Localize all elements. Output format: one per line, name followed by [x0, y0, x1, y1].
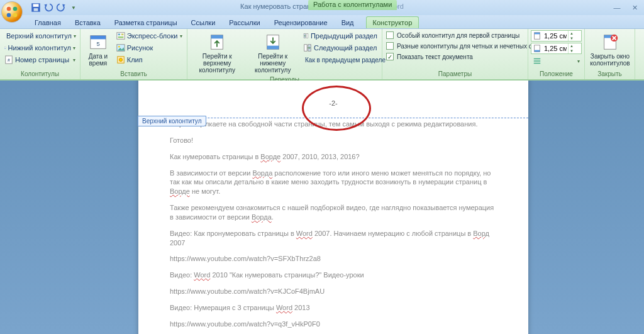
- spin-down-icon[interactable]: ▼: [569, 48, 575, 53]
- svg-rect-19: [118, 36, 123, 38]
- quickparts-label: Экспресс-блоки: [127, 32, 178, 40]
- link-previous-label: Как в предыдущем разделе: [305, 57, 386, 64]
- qat-save-icon[interactable]: [30, 2, 42, 13]
- group-close-label: Закрыть: [587, 70, 632, 78]
- qat-redo-icon[interactable]: [55, 2, 67, 13]
- header-from-top-spinner[interactable]: ▲▼: [531, 30, 582, 42]
- qat-undo-icon[interactable]: [43, 2, 54, 13]
- svg-text:#: #: [8, 58, 10, 62]
- showdoc-label: Показать текст документа: [397, 53, 473, 60]
- goto-header-l1: Перейти к верхнему: [203, 53, 232, 67]
- svg-rect-35: [535, 33, 540, 35]
- footer-button[interactable]: Нижний колонтитул▾: [3, 42, 77, 53]
- document-body: ва раза щелкаете на свободной части стра…: [138, 118, 528, 329]
- goto-footer-button[interactable]: Перейти к нижнемуколонтитулу: [246, 30, 301, 76]
- svg-rect-16: [117, 33, 125, 40]
- tab-review[interactable]: Рецензирование: [267, 16, 335, 28]
- document-area[interactable]: -2- Верхний колонтитул ва раза щелкаете …: [0, 81, 644, 334]
- svg-rect-25: [211, 35, 223, 39]
- svg-rect-18: [121, 34, 124, 36]
- svg-point-3: [13, 13, 18, 18]
- footer-from-bottom-spinner[interactable]: ▲▼: [531, 43, 582, 54]
- contextual-tab-title: Работа с колонтитулами: [308, 0, 397, 10]
- svg-rect-29: [306, 34, 308, 38]
- close-hf-l1: Закрыть окно: [591, 53, 630, 60]
- tab-view[interactable]: Вид: [335, 16, 361, 28]
- page-number-button[interactable]: # Номер страницы▾: [3, 54, 77, 65]
- header-tag: Верхний колонтитул: [138, 116, 206, 126]
- goto-header-l2: колонтитулу: [199, 67, 235, 74]
- group-pos-label: Положение: [531, 70, 582, 78]
- ribbon: Верхний колонтитул▾ Нижний колонтитул▾ #…: [0, 29, 644, 81]
- goto-footer-l2: колонтитулу: [255, 67, 291, 74]
- prev-section-button[interactable]: Предыдущий раздел: [301, 30, 379, 42]
- link-previous-button[interactable]: Как в предыдущем разделе: [301, 54, 379, 65]
- tab-insert[interactable]: Вставка: [68, 16, 108, 28]
- svg-point-0: [7, 7, 11, 11]
- picture-button[interactable]: Рисунок: [114, 42, 184, 53]
- spin-up-icon[interactable]: ▲: [569, 43, 575, 48]
- header-from-top-value[interactable]: [543, 32, 568, 40]
- svg-rect-30: [304, 45, 307, 52]
- group-hf-label: Колонтитулы: [3, 70, 77, 78]
- page-number-label: Номер страницы: [15, 56, 69, 64]
- header-button[interactable]: Верхний колонтитул▾: [3, 30, 77, 42]
- insert-alignment-tab-button[interactable]: ▾: [531, 55, 582, 67]
- spin-down-icon[interactable]: ▼: [569, 36, 575, 41]
- tab-layout[interactable]: Разметка страницы: [108, 16, 184, 28]
- header-label: Верхний колонтитул: [6, 32, 72, 40]
- tab-references[interactable]: Ссылки: [184, 16, 223, 28]
- close-hf-l2: колонтитулов: [590, 60, 630, 67]
- group-options-label: Параметры: [385, 70, 525, 78]
- next-section-label: Следующий раздел: [314, 44, 377, 52]
- title-bar: ▼ Как нумеровать страницы в Ворде - Micr…: [0, 0, 644, 15]
- svg-rect-6: [34, 8, 38, 11]
- svg-rect-17: [118, 34, 120, 36]
- group-insert-label: Вставить: [83, 70, 184, 78]
- footer-label: Нижний колонтитул: [8, 44, 71, 52]
- page-number-text: -2-: [138, 99, 528, 107]
- svg-point-21: [118, 46, 120, 48]
- quickparts-button[interactable]: Экспресс-блоки▾: [114, 30, 184, 42]
- first-page-label: Особый колонтитул для первой страницы: [397, 32, 519, 39]
- svg-point-23: [119, 58, 122, 61]
- picture-label: Рисунок: [127, 44, 153, 52]
- goto-header-button[interactable]: Перейти к верхнемуколонтитулу: [190, 30, 245, 76]
- datetime-label-2: время: [89, 60, 108, 67]
- svg-text:5: 5: [96, 41, 99, 47]
- prev-section-label: Предыдущий раздел: [311, 32, 377, 40]
- footer-from-bottom-value[interactable]: [543, 45, 568, 52]
- tab-mailings[interactable]: Рассылки: [222, 16, 267, 28]
- svg-rect-37: [535, 50, 540, 52]
- office-button[interactable]: [1, 1, 23, 23]
- showdoc-checkbox[interactable]: ✓Показать текст документа: [385, 52, 525, 62]
- minimize-button[interactable]: —: [610, 3, 624, 12]
- clip-button[interactable]: Клип: [114, 54, 184, 65]
- first-page-checkbox[interactable]: Особый колонтитул для первой страницы: [385, 30, 525, 40]
- datetime-button[interactable]: 5 Дата ивремя: [83, 30, 113, 69]
- svg-rect-14: [91, 36, 106, 40]
- oddeven-checkbox[interactable]: Разные колонтитулы для четных и нечетных…: [385, 41, 525, 51]
- ribbon-tabs: Главная Вставка Разметка страницы Ссылки…: [0, 15, 644, 29]
- qat-customize-icon[interactable]: ▼: [68, 2, 79, 13]
- goto-footer-l1: Перейти к нижнему: [258, 53, 287, 67]
- header-zone[interactable]: -2-: [138, 81, 528, 118]
- tab-home[interactable]: Главная: [28, 16, 68, 28]
- svg-point-2: [7, 13, 11, 18]
- svg-rect-10: [4, 48, 6, 48]
- tab-design[interactable]: Конструктор: [366, 16, 419, 28]
- close-button[interactable]: ✕: [628, 3, 641, 12]
- next-section-button[interactable]: Следующий раздел: [301, 42, 379, 53]
- close-hf-button[interactable]: Закрыть окноколонтитулов: [587, 30, 633, 69]
- svg-point-1: [13, 7, 18, 11]
- page: -2- Верхний колонтитул ва раза щелкаете …: [138, 81, 528, 334]
- svg-rect-27: [267, 46, 279, 50]
- datetime-label-1: Дата и: [89, 53, 108, 60]
- spin-up-icon[interactable]: ▲: [569, 31, 575, 36]
- svg-rect-5: [33, 4, 39, 7]
- clip-label: Клип: [127, 56, 143, 64]
